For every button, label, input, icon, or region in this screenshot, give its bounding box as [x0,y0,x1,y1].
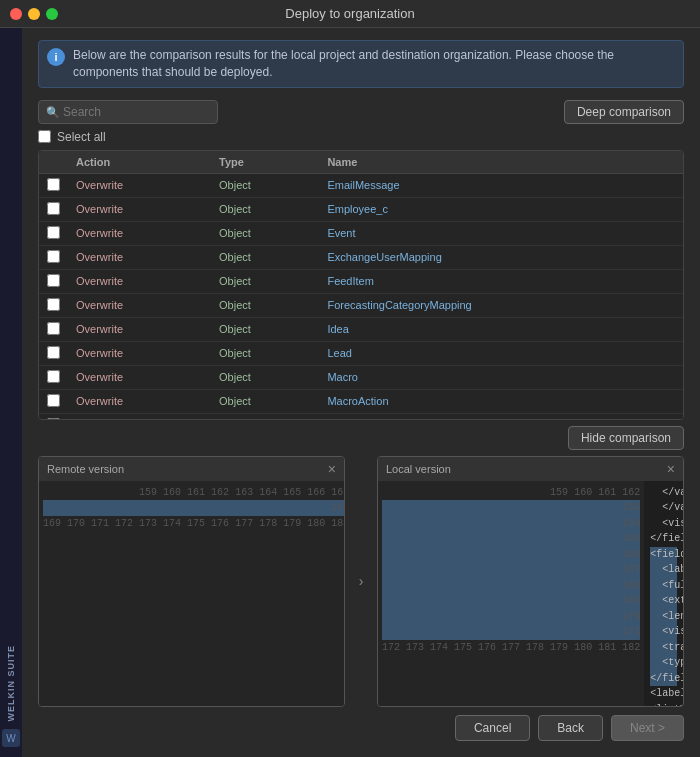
table-row[interactable]: Overwrite Object EmailMessage [39,173,683,197]
next-button: Next > [611,715,684,741]
row-name: DuplicateRecordItem [319,413,683,420]
select-all-label: Select all [57,130,106,144]
minimize-button[interactable] [28,8,40,20]
table-row[interactable]: Overwrite Object Employee_c [39,197,683,221]
row-checkbox[interactable] [47,202,60,215]
row-name: Employee_c [319,197,683,221]
maximize-button[interactable] [46,8,58,20]
row-name: FeedItem [319,269,683,293]
col-action: Action [68,151,211,174]
row-type: Object [211,389,319,413]
col-type: Type [211,151,319,174]
row-type: Object [211,197,319,221]
row-checkbox[interactable] [47,298,60,311]
row-type: Object [211,413,319,420]
row-checkbox[interactable] [47,370,60,383]
objects-table: Action Type Name Overwrite Object EmailM… [38,150,684,420]
local-panel-body: 159 160 161 162 163 164 165 166 167 168 … [378,481,683,706]
info-text: Below are the comparison results for the… [73,47,675,81]
row-type: Object [211,341,319,365]
local-code-content: </valueSetDefinition> </valueSet> <visib… [644,481,683,706]
deep-comparison-button[interactable]: Deep comparison [564,100,684,124]
select-all-checkbox[interactable] [38,130,51,143]
main-content: i Below are the comparison results for t… [22,28,700,757]
row-checkbox[interactable] [47,178,60,191]
local-panel: Local version × 159 160 161 162 163 164 … [377,456,684,707]
select-all-row: Select all [38,130,684,144]
table-header-row: Action Type Name [39,151,683,174]
col-checkbox [39,151,68,174]
row-action: Overwrite [68,413,211,420]
row-checkbox[interactable] [47,394,60,407]
remote-panel-title: Remote version [47,463,124,475]
local-panel-title: Local version [386,463,451,475]
hide-comparison-button[interactable]: Hide comparison [568,426,684,450]
diff-arrow: › [353,456,369,707]
row-action: Overwrite [68,245,211,269]
row-checkbox[interactable] [47,346,60,359]
row-name: EmailMessage [319,173,683,197]
back-button[interactable]: Back [538,715,603,741]
row-action: Overwrite [68,389,211,413]
row-type: Object [211,173,319,197]
bottom-bar: Cancel Back Next > [38,707,684,745]
table-row[interactable]: Overwrite Object Macro [39,365,683,389]
remote-panel-close[interactable]: × [328,461,336,477]
row-name: Macro [319,365,683,389]
info-bar: i Below are the comparison results for t… [38,40,684,88]
table-row[interactable]: Overwrite Object FeedItem [39,269,683,293]
local-panel-close[interactable]: × [667,461,675,477]
local-line-numbers: 159 160 161 162 163 164 165 166 167 168 … [378,481,644,706]
row-action: Overwrite [68,317,211,341]
row-name: ForecastingCategoryMapping [319,293,683,317]
row-type: Object [211,365,319,389]
comparison-panels: Remote version × 159 160 161 162 163 164… [38,456,684,707]
row-type: Object [211,269,319,293]
row-action: Overwrite [68,341,211,365]
local-panel-header: Local version × [378,457,683,481]
titlebar: Deploy to organization [0,0,700,28]
table-row[interactable]: Overwrite Object Idea [39,317,683,341]
table-row[interactable]: Overwrite Object MacroAction [39,389,683,413]
remote-panel-header: Remote version × [39,457,344,481]
row-checkbox[interactable] [47,322,60,335]
row-action: Overwrite [68,365,211,389]
row-action: Overwrite [68,221,211,245]
sidebar: WELKIN SUITE W [0,28,22,757]
remote-line-numbers: 159 160 161 162 163 164 165 166 167 168 … [39,481,344,706]
row-name: MacroAction [319,389,683,413]
cancel-button[interactable]: Cancel [455,715,530,741]
row-type: Object [211,293,319,317]
window-controls[interactable] [10,8,58,20]
row-action: Overwrite [68,269,211,293]
remote-panel-body: 159 160 161 162 163 164 165 166 167 168 … [39,481,344,706]
window-title: Deploy to organization [285,6,414,21]
hide-comparison-row: Hide comparison [38,426,684,450]
row-checkbox[interactable] [47,418,60,420]
table-row[interactable]: Overwrite Object Event [39,221,683,245]
col-name: Name [319,151,683,174]
row-checkbox[interactable] [47,250,60,263]
row-action: Overwrite [68,293,211,317]
row-name: Lead [319,341,683,365]
remote-panel: Remote version × 159 160 161 162 163 164… [38,456,345,707]
row-name: ExchangeUserMapping [319,245,683,269]
search-wrap: 🔍 [38,100,218,124]
row-checkbox[interactable] [47,226,60,239]
row-checkbox[interactable] [47,274,60,287]
table-row[interactable]: Overwrite Object DuplicateRecordItem [39,413,683,420]
row-type: Object [211,317,319,341]
brand-name: WELKIN SUITE [6,645,16,722]
table-row[interactable]: Overwrite Object Lead [39,341,683,365]
table-row[interactable]: Overwrite Object ExchangeUserMapping [39,245,683,269]
search-input[interactable] [38,100,218,124]
row-type: Object [211,221,319,245]
main-panel: i Below are the comparison results for t… [22,28,700,757]
table-row[interactable]: Overwrite Object ForecastingCategoryMapp… [39,293,683,317]
row-name: Event [319,221,683,245]
close-button[interactable] [10,8,22,20]
sidebar-logo-icon: W [2,729,20,747]
row-type: Object [211,245,319,269]
info-icon: i [47,48,65,66]
row-action: Overwrite [68,197,211,221]
